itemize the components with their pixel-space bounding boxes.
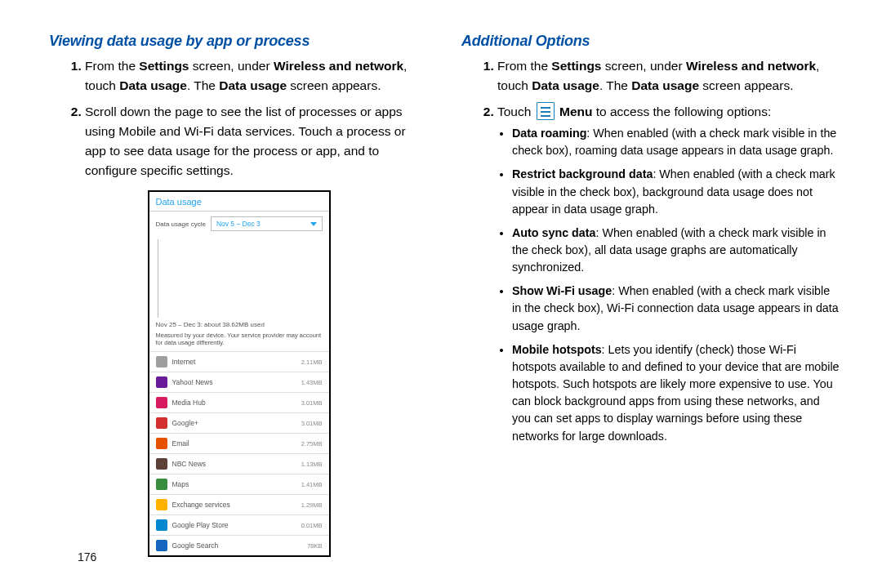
app-size: 78KB [307, 542, 322, 550]
data-usage-screenshot: Data usage Data usage cycle Nov 5 – Dec … [148, 190, 331, 557]
app-row[interactable]: Media Hub3.01MB [149, 392, 329, 412]
app-name: Google Play Store [172, 521, 296, 529]
app-name: Media Hub [172, 399, 296, 407]
chevron-down-icon [310, 222, 317, 226]
option-item: Restrict background data: When enabled (… [512, 166, 841, 217]
left-column: Viewing data usage by app or process Fro… [49, 33, 429, 557]
menu-icon [537, 102, 555, 120]
app-size: 1.41MB [301, 481, 323, 488]
app-name: NBC News [172, 460, 296, 468]
app-row[interactable]: Yahoo! News1.43MB [149, 372, 329, 392]
app-list: Internet2.11MBYahoo! News1.43MBMedia Hub… [149, 351, 329, 555]
chart-used-line: Nov 25 – Dec 3: about 38.62MB used [156, 321, 323, 329]
app-name: Exchange services [172, 501, 296, 509]
cycle-label: Data usage cycle [156, 220, 206, 229]
app-icon [156, 376, 167, 388]
app-icon [156, 438, 167, 449]
app-row[interactable]: Google Search78KB [149, 535, 329, 555]
app-size: 2.11MB [301, 359, 323, 366]
option-item: Auto sync data: When enabled (with a che… [512, 225, 841, 276]
options-list: Data roaming: When enabled (with a check… [497, 125, 841, 445]
app-row[interactable]: Internet2.11MB [149, 351, 329, 372]
cycle-row: Data usage cycle Nov 5 – Dec 3 [149, 212, 329, 236]
app-icon [156, 499, 167, 510]
left-heading: Viewing data usage by app or process [49, 33, 429, 50]
option-item: Data roaming: When enabled (with a check… [512, 125, 841, 159]
app-icon [156, 397, 167, 408]
app-icon [156, 540, 167, 551]
app-size: 1.13MB [301, 461, 323, 468]
app-row[interactable]: NBC News1.13MB [149, 453, 329, 474]
app-size: 1.43MB [301, 379, 323, 386]
app-row[interactable]: Google+3.01MB [149, 412, 329, 433]
phone-chart: Nov 25 – Dec 3: about 38.62MB used Measu… [149, 236, 329, 351]
app-row[interactable]: Maps1.41MB [149, 474, 329, 494]
app-name: Google+ [172, 419, 296, 427]
app-icon [156, 417, 167, 429]
left-step-2: Scroll down the page to see the list of … [85, 102, 429, 180]
right-step-2: Touch Menu to access the following optio… [497, 102, 841, 445]
right-steps: From the Settings screen, under Wireless… [461, 56, 841, 445]
chart-disclaimer: Measured by your device. Your service pr… [156, 332, 323, 346]
app-row[interactable]: Email2.75MB [149, 433, 329, 453]
app-size: 1.29MB [301, 501, 323, 509]
phone-title: Data usage [149, 192, 329, 211]
left-steps: From the Settings screen, under Wireless… [49, 56, 429, 180]
app-icon [156, 479, 167, 490]
app-size: 2.75MB [301, 440, 323, 448]
option-item: Mobile hotspots: Lets you identify (chec… [512, 341, 841, 445]
app-row[interactable]: Google Play Store0.01MB [149, 514, 329, 535]
app-size: 3.01MB [301, 399, 323, 407]
left-step-1: From the Settings screen, under Wireless… [85, 56, 429, 96]
app-row[interactable]: Exchange services1.29MB [149, 494, 329, 514]
app-icon [156, 356, 167, 368]
app-name: Yahoo! News [172, 378, 296, 386]
app-name: Email [172, 439, 296, 448]
right-column: Additional Options From the Settings scr… [461, 33, 841, 557]
right-step-1: From the Settings screen, under Wireless… [497, 56, 841, 96]
app-size: 3.01MB [301, 420, 323, 427]
app-icon [156, 458, 167, 470]
app-size: 0.01MB [301, 522, 323, 529]
cycle-dropdown[interactable]: Nov 5 – Dec 3 [211, 216, 323, 231]
app-name: Maps [172, 480, 296, 488]
app-name: Google Search [172, 541, 303, 550]
option-item: Show Wi-Fi usage: When enabled (with a c… [512, 283, 841, 334]
page-number: 176 [78, 550, 96, 564]
right-heading: Additional Options [461, 33, 841, 50]
app-icon [156, 519, 167, 531]
app-name: Internet [172, 358, 296, 366]
